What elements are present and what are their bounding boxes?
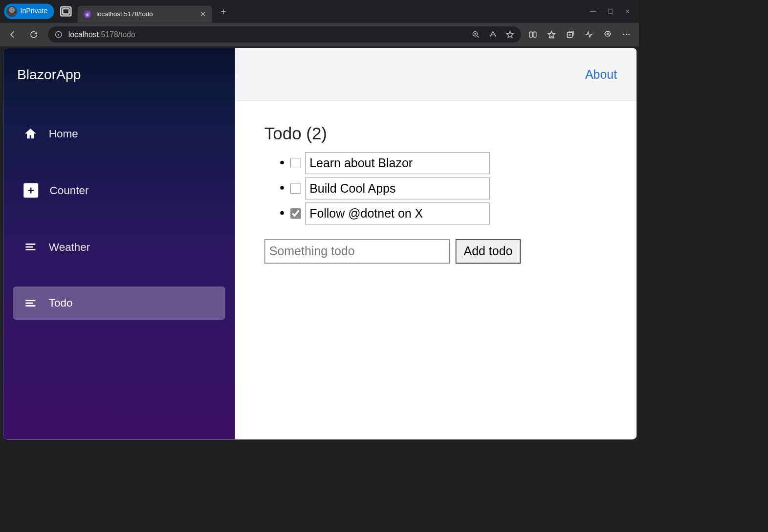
sidebar-item-label: Home — [49, 128, 78, 140]
svg-rect-9 — [529, 32, 532, 37]
blazor-favicon-icon: ◉ — [84, 10, 92, 19]
performance-icon[interactable] — [585, 30, 593, 39]
zoom-icon[interactable] — [471, 30, 480, 39]
more-menu-icon[interactable] — [622, 30, 631, 39]
top-bar: About — [235, 48, 636, 101]
tab-close-icon[interactable]: ✕ — [200, 10, 206, 19]
tab-title: localhost:5178/todo — [96, 11, 153, 18]
add-todo-button[interactable]: Add todo — [456, 239, 521, 264]
page-content: Todo (2) — [235, 101, 636, 286]
add-todo-row: Add todo — [264, 239, 607, 264]
collections-icon[interactable] — [566, 30, 574, 39]
sidebar-item-label: Counter — [50, 184, 89, 197]
todo-text-input[interactable] — [305, 152, 490, 174]
app-root: BlazorApp Home Counter — [3, 48, 636, 439]
plus-icon — [23, 183, 38, 198]
browser-tab-strip: InPrivate ◉ localhost:5178/todo ✕ ＋ — ☐ … — [0, 0, 639, 23]
url-path: :5178/todo — [99, 30, 135, 39]
url-host: localhost — [68, 30, 99, 39]
window-maximize-icon[interactable]: ☐ — [608, 7, 614, 15]
main-content: About Todo (2) — [235, 48, 636, 439]
site-info-icon[interactable] — [54, 30, 63, 39]
todo-checkbox[interactable] — [290, 208, 301, 219]
app-brand[interactable]: BlazorApp — [3, 48, 235, 101]
sidebar: BlazorApp Home Counter — [3, 48, 235, 439]
nav-refresh-button[interactable] — [27, 28, 41, 42]
svg-point-16 — [623, 34, 625, 35]
todo-item — [290, 151, 607, 176]
address-bar[interactable]: localhost:5178/todo — [48, 26, 521, 43]
about-link[interactable]: About — [585, 67, 617, 81]
todo-list — [264, 151, 607, 226]
browser-tab[interactable]: ◉ localhost:5178/todo ✕ — [78, 6, 212, 23]
svg-point-18 — [628, 34, 630, 35]
todo-item — [290, 176, 607, 201]
new-tab-button[interactable]: ＋ — [216, 4, 231, 19]
read-aloud-icon[interactable] — [488, 30, 497, 39]
favorites-icon[interactable] — [547, 30, 556, 39]
new-todo-input[interactable] — [264, 239, 450, 264]
list-icon — [23, 240, 37, 254]
window-minimize-icon[interactable]: — — [590, 7, 596, 15]
home-icon — [23, 127, 37, 141]
todo-text-input[interactable] — [305, 202, 490, 224]
sidebar-item-weather[interactable]: Weather — [13, 230, 225, 264]
svg-line-6 — [477, 36, 479, 38]
page-title: Todo (2) — [264, 124, 607, 143]
sidebar-item-todo[interactable]: Todo — [13, 287, 225, 320]
sidebar-item-label: Todo — [49, 297, 73, 310]
inprivate-label: InPrivate — [21, 7, 48, 16]
browser-viewport: BlazorApp Home Counter — [0, 46, 639, 443]
todo-checkbox[interactable] — [290, 183, 301, 194]
sidebar-item-counter[interactable]: Counter — [13, 173, 225, 207]
sidebar-item-home[interactable]: Home — [13, 117, 225, 151]
sidebar-item-label: Weather — [49, 241, 90, 253]
window-close-icon[interactable]: ✕ — [625, 7, 630, 15]
extensions-icon[interactable] — [603, 30, 612, 39]
svg-point-17 — [626, 34, 627, 35]
inprivate-badge[interactable]: InPrivate — [4, 3, 54, 19]
browser-toolbar: localhost:5178/todo — [0, 23, 639, 46]
list-icon — [23, 296, 37, 310]
svg-rect-1 — [63, 9, 69, 14]
profile-avatar-icon — [6, 6, 17, 17]
favorite-star-icon[interactable] — [505, 30, 514, 39]
todo-checkbox[interactable] — [290, 158, 301, 169]
tab-actions-button[interactable] — [58, 3, 74, 19]
nav-back-button[interactable] — [6, 28, 20, 42]
todo-item — [290, 201, 607, 226]
svg-rect-10 — [533, 32, 536, 37]
svg-point-15 — [607, 33, 608, 35]
url-text: localhost:5178/todo — [68, 30, 135, 39]
split-screen-icon[interactable] — [528, 30, 537, 39]
todo-text-input[interactable] — [305, 177, 490, 200]
window-controls: — ☐ ✕ — [590, 7, 639, 15]
sidebar-nav: Home Counter Weather — [3, 101, 235, 336]
